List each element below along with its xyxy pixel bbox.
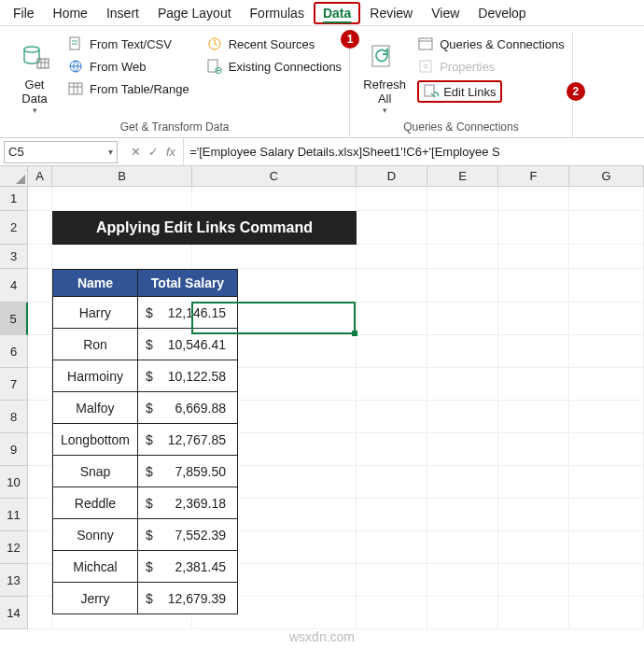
menu-item-insert[interactable]: Insert bbox=[97, 2, 148, 24]
cell[interactable] bbox=[52, 303, 192, 335]
row-header-12[interactable]: 12 bbox=[0, 531, 28, 564]
cell[interactable] bbox=[498, 335, 569, 368]
cell[interactable] bbox=[357, 597, 427, 629]
cell[interactable] bbox=[192, 531, 357, 564]
cell[interactable] bbox=[498, 368, 569, 401]
cell[interactable] bbox=[498, 597, 569, 629]
cell[interactable] bbox=[569, 269, 644, 303]
cell[interactable] bbox=[427, 211, 498, 245]
row-header-3[interactable]: 3 bbox=[0, 245, 28, 269]
cell[interactable] bbox=[192, 466, 357, 499]
cell[interactable] bbox=[569, 597, 644, 629]
cell[interactable] bbox=[427, 303, 498, 335]
cell[interactable] bbox=[427, 269, 498, 303]
cell[interactable] bbox=[192, 303, 357, 335]
cell[interactable] bbox=[28, 335, 52, 368]
cell[interactable] bbox=[192, 269, 357, 303]
cell[interactable] bbox=[569, 187, 644, 211]
row-header-9[interactable]: 9 bbox=[0, 433, 28, 466]
col-header-D[interactable]: D bbox=[357, 166, 427, 187]
cell[interactable] bbox=[357, 303, 427, 335]
cell[interactable] bbox=[28, 597, 52, 629]
cell[interactable] bbox=[52, 187, 192, 211]
cell[interactable] bbox=[357, 269, 427, 303]
cell[interactable] bbox=[357, 531, 427, 564]
cell[interactable] bbox=[498, 245, 569, 269]
cell[interactable] bbox=[192, 245, 357, 269]
cell[interactable] bbox=[427, 597, 498, 629]
cell[interactable] bbox=[569, 211, 644, 245]
row-header-7[interactable]: 7 bbox=[0, 368, 28, 401]
cell[interactable] bbox=[357, 368, 427, 401]
cell[interactable] bbox=[569, 466, 644, 499]
cell[interactable] bbox=[357, 466, 427, 499]
refresh-all-button[interactable]: Refresh All ▾ bbox=[357, 32, 412, 120]
menu-item-review[interactable]: Review bbox=[360, 2, 422, 24]
cell[interactable] bbox=[192, 564, 357, 597]
cell[interactable] bbox=[357, 335, 427, 368]
cell[interactable] bbox=[52, 368, 192, 401]
cell[interactable] bbox=[498, 303, 569, 335]
cell[interactable] bbox=[52, 335, 192, 368]
cell[interactable] bbox=[498, 564, 569, 597]
cell[interactable] bbox=[28, 245, 52, 269]
row-header-13[interactable]: 13 bbox=[0, 564, 28, 597]
col-header-F[interactable]: F bbox=[498, 166, 569, 187]
row-header-8[interactable]: 8 bbox=[0, 401, 28, 433]
cell[interactable] bbox=[192, 597, 357, 629]
queries-connections-button[interactable]: Queries & Connections bbox=[417, 35, 565, 52]
cell[interactable] bbox=[192, 211, 357, 245]
cell[interactable] bbox=[569, 335, 644, 368]
cell[interactable] bbox=[28, 303, 52, 335]
cell[interactable] bbox=[52, 597, 192, 629]
menu-item-page-layout[interactable]: Page Layout bbox=[148, 2, 241, 24]
col-header-E[interactable]: E bbox=[427, 166, 498, 187]
menu-item-view[interactable]: View bbox=[422, 2, 469, 24]
cell[interactable] bbox=[28, 368, 52, 401]
formula-input[interactable]: ='[Employee Salary Details.xlsx]Sheet1'!… bbox=[184, 145, 644, 159]
cell[interactable] bbox=[498, 499, 569, 531]
cell[interactable] bbox=[357, 564, 427, 597]
cell[interactable] bbox=[52, 211, 192, 245]
from-table-range-button[interactable]: From Table/Range bbox=[67, 80, 189, 97]
col-header-B[interactable]: B bbox=[52, 166, 192, 187]
cell[interactable] bbox=[498, 531, 569, 564]
cell[interactable] bbox=[498, 211, 569, 245]
cell[interactable] bbox=[192, 187, 357, 211]
cell[interactable] bbox=[357, 433, 427, 466]
cell[interactable] bbox=[52, 466, 192, 499]
cell[interactable] bbox=[427, 187, 498, 211]
cell[interactable] bbox=[192, 433, 357, 466]
menu-item-file[interactable]: File bbox=[4, 2, 44, 24]
cell[interactable] bbox=[357, 499, 427, 531]
row-header-10[interactable]: 10 bbox=[0, 466, 28, 499]
cell[interactable] bbox=[498, 466, 569, 499]
cell[interactable] bbox=[569, 531, 644, 564]
cell[interactable] bbox=[192, 368, 357, 401]
cell[interactable] bbox=[192, 499, 357, 531]
cell[interactable] bbox=[427, 335, 498, 368]
cell[interactable] bbox=[427, 531, 498, 564]
cell[interactable] bbox=[52, 531, 192, 564]
edit-links-button[interactable]: Edit Links 2 bbox=[417, 80, 565, 103]
cell[interactable] bbox=[427, 499, 498, 531]
cell[interactable] bbox=[28, 269, 52, 303]
col-header-A[interactable]: A bbox=[28, 166, 52, 187]
cell[interactable] bbox=[28, 433, 52, 466]
cell[interactable] bbox=[52, 269, 192, 303]
from-web-button[interactable]: From Web bbox=[67, 58, 189, 75]
enter-icon[interactable]: ✓ bbox=[148, 145, 159, 159]
cell[interactable] bbox=[52, 499, 192, 531]
row-header-6[interactable]: 6 bbox=[0, 335, 28, 368]
cell[interactable] bbox=[52, 433, 192, 466]
select-all-corner[interactable] bbox=[0, 166, 28, 187]
cell[interactable] bbox=[427, 245, 498, 269]
cell[interactable] bbox=[569, 499, 644, 531]
cell[interactable] bbox=[28, 499, 52, 531]
cell[interactable] bbox=[192, 335, 357, 368]
row-header-4[interactable]: 4 bbox=[0, 269, 28, 303]
row-header-2[interactable]: 2 bbox=[0, 211, 28, 245]
cell[interactable] bbox=[498, 269, 569, 303]
row-header-5[interactable]: 5 bbox=[0, 303, 28, 335]
row-header-1[interactable]: 1 bbox=[0, 187, 28, 211]
